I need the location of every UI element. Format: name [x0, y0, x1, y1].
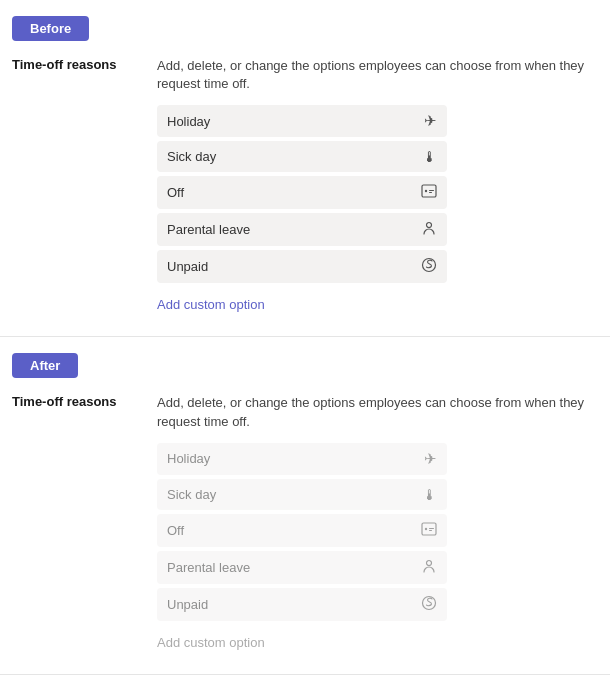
- after-content: Add, delete, or change the options emplo…: [157, 394, 598, 649]
- svg-rect-3: [429, 192, 432, 193]
- svg-point-10: [427, 560, 432, 565]
- svg-point-1: [425, 190, 427, 192]
- svg-point-7: [425, 528, 427, 530]
- before-option-off-icon: [421, 183, 437, 202]
- before-option-holiday-icon: ✈: [424, 112, 437, 130]
- before-option-sickday-label: Sick day: [167, 149, 216, 164]
- after-option-off: Off: [157, 514, 447, 547]
- before-option-parental-label: Parental leave: [167, 222, 250, 237]
- after-option-parental: Parental leave: [157, 551, 447, 584]
- before-section: Before Time-off reasons Add, delete, or …: [0, 0, 610, 337]
- before-body: Time-off reasons Add, delete, or change …: [0, 57, 610, 312]
- before-option-parental[interactable]: Parental leave: [157, 213, 447, 246]
- after-section: After Time-off reasons Add, delete, or c…: [0, 337, 610, 674]
- before-option-off[interactable]: Off: [157, 176, 447, 209]
- before-option-unpaid-label: Unpaid: [167, 259, 208, 274]
- after-option-off-icon: [421, 521, 437, 540]
- before-option-sickday[interactable]: Sick day 🌡: [157, 141, 447, 172]
- svg-rect-0: [422, 185, 436, 197]
- before-option-unpaid[interactable]: Unpaid: [157, 250, 447, 283]
- before-add-custom-link[interactable]: Add custom option: [157, 297, 265, 312]
- before-section-label: Time-off reasons: [12, 57, 157, 312]
- before-options-list: Holiday ✈ Sick day 🌡 Off: [157, 105, 598, 283]
- before-option-sickday-icon: 🌡: [422, 148, 437, 165]
- before-option-holiday[interactable]: Holiday ✈: [157, 105, 447, 137]
- after-description: Add, delete, or change the options emplo…: [157, 394, 598, 430]
- after-option-holiday: Holiday ✈: [157, 443, 447, 475]
- svg-rect-9: [429, 530, 432, 531]
- after-add-custom-label: Add custom option: [157, 635, 265, 650]
- after-option-unpaid-icon: [421, 595, 437, 614]
- after-option-off-label: Off: [167, 523, 184, 538]
- after-option-unpaid-label: Unpaid: [167, 597, 208, 612]
- svg-rect-8: [429, 528, 434, 529]
- before-description: Add, delete, or change the options emplo…: [157, 57, 598, 93]
- after-option-sickday: Sick day 🌡: [157, 479, 447, 510]
- before-content: Add, delete, or change the options emplo…: [157, 57, 598, 312]
- svg-rect-6: [422, 523, 436, 535]
- after-option-sickday-icon: 🌡: [422, 486, 437, 503]
- after-section-label: Time-off reasons: [12, 394, 157, 649]
- before-option-holiday-label: Holiday: [167, 114, 210, 129]
- after-option-parental-icon: [421, 558, 437, 577]
- after-option-sickday-label: Sick day: [167, 487, 216, 502]
- before-option-parental-icon: [421, 220, 437, 239]
- after-options-list: Holiday ✈ Sick day 🌡 Off: [157, 443, 598, 621]
- svg-rect-2: [429, 190, 434, 191]
- after-option-holiday-icon: ✈: [424, 450, 437, 468]
- after-option-unpaid: Unpaid: [157, 588, 447, 621]
- svg-point-4: [427, 223, 432, 228]
- after-header: After: [12, 353, 78, 378]
- after-body: Time-off reasons Add, delete, or change …: [0, 394, 610, 649]
- before-header: Before: [12, 16, 89, 41]
- before-option-unpaid-icon: [421, 257, 437, 276]
- before-option-off-label: Off: [167, 185, 184, 200]
- after-option-holiday-label: Holiday: [167, 451, 210, 466]
- after-option-parental-label: Parental leave: [167, 560, 250, 575]
